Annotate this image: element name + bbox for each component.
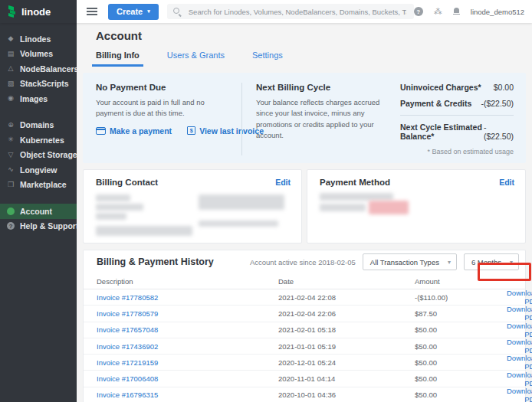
search-bar[interactable] [167, 4, 414, 19]
linode-logo[interactable]: linode [0, 0, 77, 23]
uninvoiced-charges-value: $0.00 [494, 83, 514, 92]
invoice-amount: $50.00 [415, 358, 507, 367]
invoice-link[interactable]: Invoice #17006408 [97, 374, 158, 383]
view-last-invoice-link[interactable]: $ View last invoice [187, 126, 264, 136]
table-row: Invoice #174369022021-01-01 05:19$50.00D… [84, 338, 525, 355]
kubernetes-icon: ✳ [6, 136, 15, 143]
community-icon[interactable]: ⁂ [434, 8, 442, 16]
redacted-card-expiry [320, 204, 366, 211]
next-billing-cycle-text: Your balance reflects charges accrued si… [256, 97, 388, 141]
no-payment-due-title: No Payment Due [96, 83, 234, 92]
redacted-contact-address [96, 226, 192, 236]
redacted-contact-company [199, 194, 284, 210]
tab-bar: Billing InfoUsers & GrantsSettings [96, 51, 526, 67]
linode-logo-icon [7, 5, 18, 18]
no-payment-due-text: Your account is paid in full and no paym… [96, 97, 234, 119]
sidebar-item-nodebalancers[interactable]: △NodeBalancers [0, 61, 77, 77]
sidebar-item-linodes[interactable]: ◆Linodes [0, 31, 77, 47]
vertical-divider [241, 83, 242, 155]
uninvoiced-charges-label: Uninvoiced Charges* [400, 83, 481, 92]
sidebar-item-label: Object Storage [20, 150, 77, 159]
notifications-bell-icon[interactable] [453, 8, 460, 15]
sidebar-item-images[interactable]: ◉Images [0, 91, 77, 106]
sidebar-item-label: Help & Support [20, 221, 78, 230]
payment-method-edit-link[interactable]: Edit [499, 178, 514, 187]
transaction-type-select[interactable]: All Transaction Types ▾ [363, 253, 457, 270]
search-input[interactable] [187, 7, 408, 17]
invoice-date: 2021-01-01 05:19 [278, 342, 415, 351]
invoice-link[interactable]: Invoice #17657048 [97, 325, 158, 334]
sidebar-item-label: Marketplace [20, 180, 67, 189]
estimated-balance-value: -($22.50) [484, 123, 514, 141]
topbar-actions: ? ⁂ linode_demo512 ▾ [414, 5, 532, 18]
create-button-label: Create [117, 7, 143, 16]
download-pdf-link[interactable]: Download PDF [507, 371, 532, 387]
sidebar-item-longview[interactable]: ∿Longview [0, 162, 77, 178]
stackscripts-icon: ▧ [6, 80, 15, 87]
tab-settings[interactable]: Settings [248, 51, 287, 67]
volumes-icon: ▤ [6, 51, 15, 57]
sidebar-item-volumes[interactable]: ▤Volumes [0, 47, 77, 62]
billing-contact-title: Billing Contact [96, 178, 158, 187]
redacted-contact-line [96, 204, 143, 211]
make-payment-link[interactable]: Make a payment [96, 126, 172, 136]
marketplace-icon: ❒ [6, 181, 15, 188]
download-pdf-link[interactable]: Download PDF [507, 305, 532, 322]
estimated-balance-label: Next Cycle Estimated Balance* [400, 123, 484, 141]
invoice-amount: $50.00 [415, 342, 507, 351]
credit-card-icon [96, 127, 106, 135]
sidebar-item-account[interactable]: Account [0, 204, 77, 219]
sidebar-item-label: Kubernetes [20, 136, 64, 145]
sidebar-item-domains[interactable]: ⊕Domains [0, 118, 77, 133]
table-row: Invoice #177805792021-02-04 22:06$87.50D… [84, 306, 525, 322]
invoice-link[interactable]: Invoice #17436902 [97, 342, 158, 351]
date-range-select[interactable]: 6 Months ▾ [464, 253, 519, 270]
logo-text: linode [21, 6, 51, 18]
sidebar-item-help-support[interactable]: ?Help & Support [0, 219, 77, 234]
download-pdf-link[interactable]: Download PDF [507, 387, 532, 402]
invoice-date: 2021-02-04 22:06 [278, 309, 415, 318]
download-pdf-link[interactable]: Download PDF [507, 289, 532, 306]
table-row: Invoice #167963152020-10-01 04:36$50.00D… [84, 387, 525, 402]
help-icon[interactable]: ? [414, 7, 423, 16]
sidebar-item-label: Domains [20, 120, 54, 129]
account-active-since-label: Account active since 2018-02-05 [250, 258, 356, 266]
next-billing-cycle-title: Next Billing Cycle [256, 83, 388, 92]
sidebar-item-stackscripts[interactable]: ▧StackScripts [0, 77, 77, 92]
billing-contact-card: Billing Contact Edit [83, 169, 302, 243]
sidebar-item-marketplace[interactable]: ❒Marketplace [0, 178, 77, 193]
sidebar-item-label: Account [20, 207, 52, 216]
invoice-link[interactable]: Invoice #17219159 [97, 358, 158, 367]
invoice-link[interactable]: Invoice #16796315 [97, 391, 158, 399]
invoice-link[interactable]: Invoice #17780579 [97, 309, 158, 318]
column-header-description: Description [97, 277, 278, 286]
sidebar-item-kubernetes[interactable]: ✳Kubernetes [0, 132, 77, 148]
estimated-usage-footnote: * Based on estimated usage [400, 148, 514, 155]
billing-contact-edit-link[interactable]: Edit [275, 178, 291, 187]
menu-toggle-icon[interactable] [87, 11, 97, 12]
invoice-date: 2020-11-01 04:14 [278, 374, 415, 383]
tab-users-grants[interactable]: Users & Grants [163, 51, 228, 67]
sidebar-item-object-storage[interactable]: ▽Object Storage [0, 148, 77, 163]
redacted-card-number [320, 193, 393, 201]
tab-billing-info[interactable]: Billing Info [92, 51, 143, 67]
create-button[interactable]: Create ▾ [108, 4, 159, 20]
bucket-icon: ▽ [6, 152, 15, 159]
download-pdf-link[interactable]: Download PDF [507, 354, 532, 371]
table-row: Invoice #172191592020-12-01 05:24$50.00D… [84, 355, 525, 371]
sidebar-item-label: Longview [20, 165, 57, 175]
invoice-link[interactable]: Invoice #17780582 [97, 293, 158, 302]
search-icon [173, 8, 182, 16]
invoice-date: 2020-12-01 05:24 [278, 358, 415, 367]
sidebar-nav: ◆Linodes▤Volumes△NodeBalancers▧StackScri… [0, 23, 77, 402]
download-pdf-link[interactable]: Download PDF [507, 322, 532, 338]
chevron-down-icon: ▾ [147, 8, 150, 15]
table-row: Invoice #170064082020-11-01 04:14$50.00D… [84, 371, 525, 387]
sidebar-item-label: Volumes [20, 49, 53, 58]
username-label[interactable]: linode_demo512 [471, 8, 524, 16]
payment-method-card: Payment Method Edit [307, 169, 526, 243]
download-pdf-link[interactable]: Download PDF [507, 338, 532, 355]
no-payment-due-section: No Payment Due Your account is paid in f… [96, 83, 234, 155]
redacted-contact-line [96, 213, 126, 220]
invoice-icon: $ [187, 126, 195, 135]
